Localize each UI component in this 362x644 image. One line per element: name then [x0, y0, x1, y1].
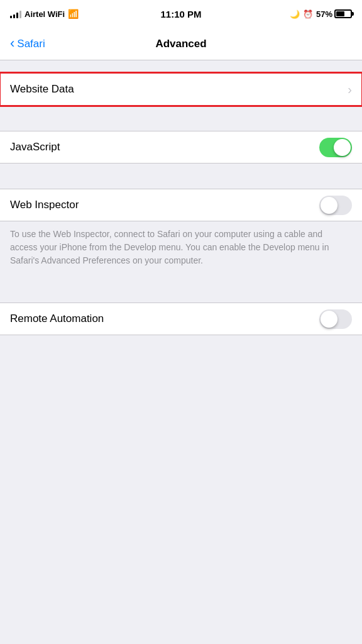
- web-inspector-row: Web Inspector: [0, 189, 362, 221]
- battery-indicator: 57%: [316, 9, 352, 19]
- back-button[interactable]: ‹ Safari: [10, 38, 45, 50]
- remote-automation-row: Remote Automation: [0, 303, 362, 335]
- remote-automation-toggle[interactable]: [319, 309, 352, 329]
- status-right: 🌙 ⏰ 57%: [290, 9, 352, 19]
- toggle-thumb-2: [321, 197, 337, 214]
- back-label: Safari: [17, 38, 45, 50]
- javascript-section: JavaScript: [0, 131, 362, 164]
- web-inspector-label: Web Inspector: [10, 199, 79, 211]
- status-bar: Airtel WiFi 📶 11:10 PM 🌙 ⏰ 57%: [0, 0, 362, 28]
- section-gap-2: [0, 176, 362, 189]
- javascript-label: JavaScript: [10, 141, 60, 153]
- signal-icon: [10, 9, 21, 18]
- web-inspector-description: To use the Web Inspector, connect to Saf…: [0, 221, 362, 277]
- battery-percent: 57%: [316, 9, 332, 19]
- moon-icon: 🌙: [290, 9, 300, 19]
- website-data-section: Website Data ›: [0, 73, 362, 106]
- status-left: Airtel WiFi 📶: [10, 9, 79, 19]
- section-gap-3: [0, 290, 362, 303]
- website-data-label: Website Data: [10, 83, 74, 96]
- web-inspector-toggle[interactable]: [319, 196, 352, 215]
- battery-icon: [334, 9, 352, 18]
- javascript-row: JavaScript: [0, 131, 362, 164]
- content: Website Data › JavaScript Web Inspector …: [0, 60, 362, 335]
- section-gap-1: [0, 118, 362, 131]
- website-data-row[interactable]: Website Data ›: [0, 73, 362, 106]
- chevron-right-icon: ›: [348, 82, 352, 97]
- chevron-left-icon: ‹: [10, 36, 14, 50]
- remote-automation-label: Remote Automation: [10, 313, 104, 325]
- nav-bar: ‹ Safari Advanced: [0, 28, 362, 60]
- page-title: Advanced: [155, 38, 206, 50]
- web-inspector-section: Web Inspector To use the Web Inspector, …: [0, 189, 362, 277]
- javascript-toggle[interactable]: [319, 138, 352, 157]
- remote-automation-section: Remote Automation: [0, 303, 362, 335]
- toggle-thumb-3: [321, 311, 337, 328]
- toggle-thumb: [334, 139, 351, 156]
- alarm-icon: ⏰: [303, 9, 313, 19]
- status-time: 11:10 PM: [160, 9, 201, 19]
- carrier-label: Airtel WiFi: [25, 9, 65, 19]
- wifi-icon: 📶: [68, 9, 79, 19]
